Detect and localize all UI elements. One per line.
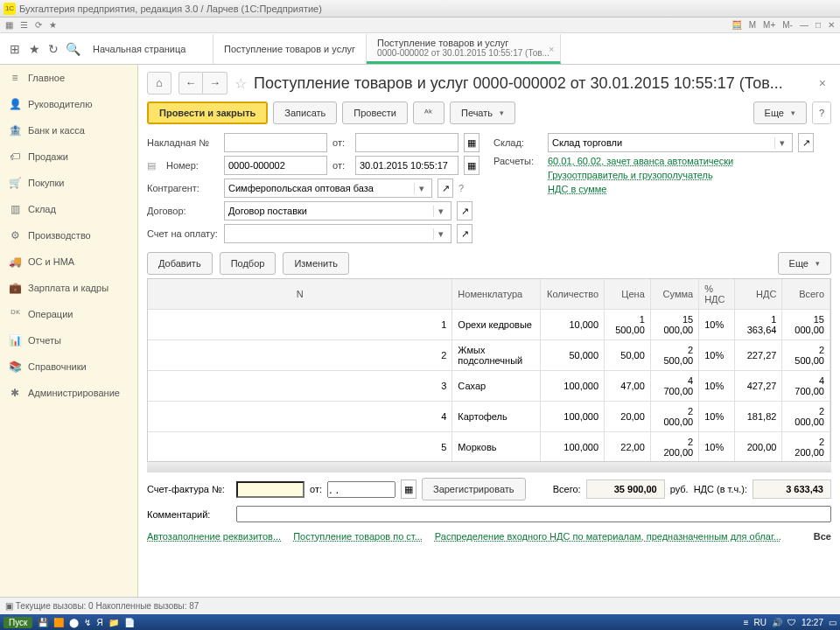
col-cena[interactable]: Цена — [605, 279, 651, 310]
taskbar-icon[interactable]: 🟧 — [53, 618, 64, 627]
star-icon[interactable]: ★ — [24, 42, 44, 56]
table-row[interactable]: 5Морковь100,00022,002 200,0010%200,002 2… — [148, 432, 830, 463]
izmenit-button[interactable]: Изменить — [283, 252, 349, 275]
col-nom[interactable]: Номенклатура — [452, 279, 540, 310]
close-icon[interactable]: ✕ — [828, 20, 835, 30]
home-button[interactable]: ⌂ — [147, 72, 172, 94]
dobavit-button[interactable]: Добавить — [147, 252, 213, 275]
tab-doc1[interactable]: Поступление товаров и услуг — [214, 34, 367, 64]
minimize-icon[interactable]: — — [800, 20, 808, 30]
sidebar-item[interactable]: 🛒Покупки — [0, 170, 137, 196]
taskbar-icon[interactable]: 📄 — [124, 618, 135, 627]
nomer-input[interactable] — [224, 156, 327, 175]
raschety-link[interactable]: 60.01, 60.02, зачет аванса автоматически — [548, 156, 733, 166]
taskbar-icon[interactable]: Я — [96, 618, 102, 627]
col-vsego[interactable]: Всего — [782, 279, 830, 310]
table-esche-button[interactable]: Еще — [778, 252, 831, 275]
tab-doc2[interactable]: Поступление товаров и услуг 0000-000002 … — [367, 34, 561, 64]
toolbar-m-icon[interactable]: M — [749, 20, 756, 30]
open-icon[interactable]: ↗ — [438, 178, 453, 198]
table-row[interactable]: 1Орехи кедровые10,0001 500,0015 000,0010… — [148, 310, 830, 340]
nakladnaya-date-input[interactable] — [355, 133, 458, 152]
page-close-icon[interactable]: × — [814, 76, 831, 90]
tray-icon[interactable]: 🛡 — [788, 618, 796, 627]
sidebar-item[interactable]: ⚙Производство — [0, 222, 137, 248]
zapisat-button[interactable]: Записать — [273, 102, 337, 124]
help-icon[interactable]: ? — [458, 183, 464, 193]
gruz-link[interactable]: Грузоотправитель и грузополучатель — [548, 170, 713, 180]
chevron-down-icon[interactable]: ▾ — [414, 183, 428, 194]
col-n[interactable]: N — [148, 279, 452, 310]
open-icon[interactable]: ↗ — [457, 201, 472, 220]
nomer-date-input[interactable] — [355, 156, 458, 175]
postup-link[interactable]: Поступление товаров по ст... — [293, 531, 423, 542]
provesti-button[interactable]: Провести — [342, 102, 408, 124]
sidebar-item[interactable]: 📊Отчеты — [0, 327, 137, 354]
toolbar-m-icon[interactable]: 🧮 — [732, 20, 742, 30]
scrollbar[interactable] — [147, 462, 831, 472]
table-row[interactable]: 4Картофель100,00020,002 000,0010%181,822… — [148, 402, 830, 432]
calendar-icon[interactable]: ▦ — [464, 133, 480, 152]
tray-icon[interactable]: 🔊 — [772, 618, 782, 627]
tab-home[interactable]: Начальная страница — [82, 34, 214, 64]
chevron-down-icon[interactable]: ▾ — [774, 137, 788, 149]
sf-input[interactable] — [236, 481, 304, 498]
start-button[interactable]: Пуск — [4, 617, 32, 628]
tray-icon[interactable]: ≡ — [744, 618, 749, 627]
provesti-zakryt-button[interactable]: Провести и закрыть — [147, 102, 268, 124]
kontragent-select[interactable]: Симферопольская оптовая база — [228, 183, 414, 193]
sklad-select[interactable]: Склад торговли — [552, 137, 774, 148]
toolbar-icon[interactable]: ★ — [49, 20, 57, 30]
sidebar-item[interactable]: 💼Зарплата и кадры — [0, 275, 137, 301]
sidebar-item[interactable]: ✱Администрирование — [0, 380, 137, 406]
open-icon[interactable]: ↗ — [457, 224, 472, 243]
komm-input[interactable] — [236, 506, 831, 522]
lang-indicator[interactable]: RU — [754, 618, 766, 627]
col-kol[interactable]: Количество — [540, 279, 605, 310]
col-pnds[interactable]: % НДС — [699, 279, 735, 310]
apps-icon[interactable]: ⊞ — [5, 42, 24, 56]
toolbar-m-icon[interactable]: M+ — [763, 20, 775, 30]
chevron-down-icon[interactable]: ▾ — [433, 206, 447, 217]
toolbar-icon[interactable]: ⟳ — [35, 20, 42, 30]
zareg-button[interactable]: Зарегистрировать — [422, 478, 526, 500]
sidebar-item[interactable]: ᴰᴷОперации — [0, 301, 137, 327]
sidebar-item[interactable]: 🚚ОС и НМА — [0, 248, 137, 275]
col-summa[interactable]: Сумма — [650, 279, 698, 310]
vse-link[interactable]: Все — [814, 531, 831, 542]
toolbar-icon[interactable]: ▦ — [5, 20, 13, 30]
esche-button[interactable]: Еще — [753, 102, 807, 124]
podbor-button[interactable]: Подбор — [220, 252, 276, 275]
open-icon[interactable]: ↗ — [798, 133, 814, 152]
favorite-icon[interactable]: ☆ — [234, 75, 247, 92]
history-icon[interactable]: ↻ — [44, 42, 63, 56]
nakladnaya-input[interactable] — [224, 133, 327, 152]
tab-close-icon[interactable]: × — [549, 44, 554, 54]
toolbar-icon[interactable]: ☰ — [20, 20, 28, 30]
tray-icon[interactable]: ▭ — [829, 618, 836, 627]
dk-button[interactable]: ᴬᵏ — [413, 102, 444, 124]
pechat-button[interactable]: Печать — [450, 102, 515, 124]
taskbar-icon[interactable]: 📁 — [108, 618, 119, 627]
taskbar-icon[interactable]: ⬤ — [69, 618, 79, 627]
taskbar-icon[interactable]: ↯ — [84, 618, 91, 627]
taskbar-icon[interactable]: 💾 — [38, 618, 48, 627]
sidebar-item[interactable]: ≡Главное — [0, 65, 137, 91]
calendar-icon[interactable]: ▦ — [401, 480, 416, 499]
col-nds[interactable]: НДС — [734, 279, 782, 310]
chevron-down-icon[interactable]: ▾ — [433, 228, 447, 240]
back-button[interactable]: ← — [178, 72, 203, 94]
table-row[interactable]: 2Жмых подсолнечный50,00050,002 500,0010%… — [148, 340, 830, 371]
sf-date-input[interactable] — [327, 481, 396, 498]
nds-link[interactable]: НДС в сумме — [548, 184, 606, 194]
autofill-link[interactable]: Автозаполнение реквизитов... — [147, 531, 281, 542]
toolbar-m-icon[interactable]: M- — [782, 20, 793, 30]
maximize-icon[interactable]: □ — [816, 20, 821, 30]
help-button[interactable]: ? — [812, 102, 831, 124]
table-row[interactable]: 3Сахар100,00047,004 700,0010%427,274 700… — [148, 371, 830, 402]
sidebar-item[interactable]: ▥Склад — [0, 196, 137, 222]
sidebar-item[interactable]: 📚Справочники — [0, 354, 137, 380]
calendar-icon[interactable]: ▦ — [464, 156, 480, 175]
sidebar-item[interactable]: 🏷Продажи — [0, 144, 137, 170]
sidebar-item[interactable]: 👤Руководителю — [0, 91, 137, 117]
